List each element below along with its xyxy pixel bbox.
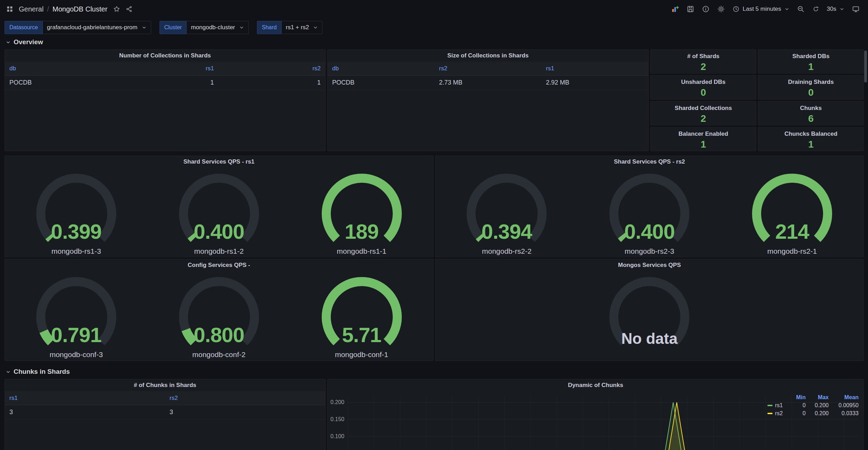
stat-title[interactable]: Sharded Collections bbox=[675, 105, 732, 112]
svg-text:0.150: 0.150 bbox=[330, 416, 344, 422]
stat-title[interactable]: Draining Shards bbox=[788, 79, 834, 86]
filter-value-dropdown[interactable]: mongodb-cluster bbox=[187, 21, 249, 34]
gauge-viz: 5.71 bbox=[310, 273, 414, 350]
table-cell: 3 bbox=[5, 409, 165, 416]
legend-min: 0 bbox=[789, 410, 806, 417]
gauge-mongodb-rs1-1: 189 mongodb-rs1-1 bbox=[310, 168, 414, 255]
add-panel-icon[interactable] bbox=[671, 5, 679, 13]
panel-title[interactable]: Mongos Services QPS bbox=[436, 259, 864, 271]
legend-row-rs1: rs1 0 0.200 0.00950 bbox=[767, 401, 859, 409]
stat-title[interactable]: Unsharded DBs bbox=[681, 79, 726, 86]
legend-col-max[interactable]: Max bbox=[806, 394, 829, 401]
table-cell: 1 bbox=[218, 79, 325, 86]
section-header-overview[interactable]: Overview bbox=[6, 37, 868, 47]
legend-col-mean[interactable]: Mean bbox=[829, 394, 859, 401]
table-row: 33 bbox=[5, 405, 325, 420]
gauge-mongodb-rs2-3: 0.400 mongodb-rs2-3 bbox=[597, 168, 702, 255]
refresh-button[interactable] bbox=[812, 6, 819, 13]
chevron-down-icon bbox=[142, 25, 147, 30]
panel-title[interactable]: Shard Services QPS - rs1 bbox=[5, 156, 433, 168]
filter-shard: Shard rs1 + rs2 bbox=[257, 21, 322, 34]
gauge-mongodb-rs2-1: 214 mongodb-rs2-1 bbox=[740, 168, 844, 255]
table-header-row: dbrs2rs1 bbox=[328, 62, 648, 76]
panel-title[interactable]: Shard Services QPS - rs2 bbox=[436, 156, 864, 168]
column-header-db[interactable]: db bbox=[328, 65, 435, 72]
insights-icon[interactable] bbox=[702, 5, 710, 13]
table-cell: 1 bbox=[112, 79, 219, 86]
zoom-out-icon[interactable] bbox=[797, 5, 805, 13]
svg-text:0.200: 0.200 bbox=[330, 399, 344, 405]
gauge-no-data: No data bbox=[597, 271, 702, 350]
cluster-stats-grid: # of Shards 2 Sharded DBs 1 Unsharded DB… bbox=[650, 49, 864, 151]
save-dashboard-icon[interactable] bbox=[687, 5, 694, 13]
column-header-rs2[interactable]: rs2 bbox=[218, 65, 325, 72]
breadcrumb-folder[interactable]: General bbox=[19, 5, 44, 13]
dashboard-settings-icon[interactable] bbox=[717, 5, 725, 13]
section-header-chunks[interactable]: Chunks in Shards bbox=[6, 366, 868, 377]
no-data-text: No data bbox=[597, 330, 702, 347]
svg-text:0.100: 0.100 bbox=[330, 433, 344, 439]
row-overview-tables: Number of Collections in Shards dbrs1rs2… bbox=[5, 49, 864, 151]
filter-value-dropdown[interactable]: grafanacloud-gabrielantunes-prom bbox=[43, 21, 151, 34]
star-icon[interactable] bbox=[113, 6, 120, 13]
gauge-mongodb-rs2-2: 0.394 mongodb-rs2-2 bbox=[454, 168, 559, 255]
gauge-label: mongodb-rs2-1 bbox=[767, 247, 817, 255]
scrollbar-thumb[interactable] bbox=[864, 50, 867, 82]
column-header-rs2[interactable]: rs2 bbox=[435, 65, 541, 72]
gauge-label: mongodb-rs1-3 bbox=[52, 247, 101, 255]
apps-menu-icon[interactable] bbox=[6, 6, 13, 13]
chevron-down-icon bbox=[784, 7, 789, 11]
gauge-mongodb-rs1-2: 0.400 mongodb-rs1-2 bbox=[167, 168, 271, 255]
grafana-dashboard: General / MongoDB Cluster bbox=[0, 0, 868, 450]
stat-value: 2 bbox=[701, 61, 706, 72]
share-icon[interactable] bbox=[126, 6, 133, 13]
time-range-picker[interactable]: Last 5 minutes bbox=[733, 6, 789, 13]
gauge-mongodb-conf-2: 0.800 mongodb-conf-2 bbox=[167, 271, 271, 359]
stat-value: 1 bbox=[701, 139, 706, 150]
gauge-mongodb-conf-1: 5.71 mongodb-conf-1 bbox=[310, 271, 414, 359]
panel-title[interactable]: Dynamic of Chunks bbox=[328, 379, 863, 391]
column-header-db[interactable]: db bbox=[5, 65, 112, 72]
table-header-row: dbrs1rs2 bbox=[5, 62, 325, 76]
stat-title[interactable]: Balancer Enabled bbox=[679, 131, 728, 137]
legend-series-rs2[interactable]: rs2 bbox=[767, 410, 789, 417]
panel-title[interactable]: # of Chunks in Shards bbox=[5, 379, 325, 391]
refresh-interval-dropdown[interactable]: 30s bbox=[827, 6, 844, 13]
chunks-count-table: rs1rs233 bbox=[5, 391, 325, 450]
panel-title[interactable]: Config Services QPS - bbox=[5, 259, 433, 271]
gauge-row: 0.791 mongodb-conf-3 0.800 mongodb-conf-… bbox=[5, 271, 433, 361]
panel-shard-qps-rs2: Shard Services QPS - rs2 0.394 mongodb-r… bbox=[435, 156, 864, 257]
panel-title[interactable]: Number of Collections in Shards bbox=[5, 50, 325, 62]
gauge-label: mongodb-conf-3 bbox=[49, 350, 103, 359]
stat-title[interactable]: Chunks bbox=[800, 105, 822, 112]
gauge-viz: 0.399 bbox=[24, 170, 128, 246]
cycle-view-icon[interactable] bbox=[852, 5, 860, 13]
filter-label: Shard bbox=[257, 21, 282, 34]
gauge-value: 0.394 bbox=[454, 221, 559, 242]
gauge-value: 0.399 bbox=[24, 221, 128, 242]
time-range-label: Last 5 minutes bbox=[743, 6, 781, 13]
stat-panel-chuncks-balanced: Chuncks Balanced 1 bbox=[758, 127, 864, 151]
stat-title[interactable]: # of Shards bbox=[687, 53, 720, 60]
chevron-down-icon bbox=[239, 25, 244, 30]
legend-col-min[interactable]: Min bbox=[789, 394, 806, 401]
gauge-viz: No data bbox=[597, 273, 702, 350]
gauge-viz: 0.791 bbox=[24, 273, 128, 350]
panel-dynamic-of-chunks: Dynamic of Chunks 0.2000.1500.100MinMaxM… bbox=[327, 379, 864, 450]
column-header-rs2[interactable]: rs2 bbox=[165, 395, 325, 402]
filter-label: Datasource bbox=[5, 21, 43, 34]
stat-title[interactable]: Sharded DBs bbox=[792, 53, 830, 60]
column-header-rs1[interactable]: rs1 bbox=[5, 395, 165, 402]
row-chunks: # of Chunks in Shards rs1rs233 Dynamic o… bbox=[5, 379, 864, 450]
stat-title[interactable]: Chuncks Balanced bbox=[784, 131, 837, 137]
table-row: POCDB2.73 MB2.92 MB bbox=[328, 76, 648, 90]
legend-max: 0.200 bbox=[806, 402, 829, 409]
section-title: Overview bbox=[14, 38, 43, 46]
table-cell: 3 bbox=[165, 409, 325, 416]
legend-series-rs1[interactable]: rs1 bbox=[767, 402, 789, 409]
column-header-rs1[interactable]: rs1 bbox=[541, 65, 648, 72]
column-header-rs1[interactable]: rs1 bbox=[112, 65, 219, 72]
stat-panel-sharded-dbs: Sharded DBs 1 bbox=[758, 49, 864, 73]
panel-title[interactable]: Size of Collections in Shards bbox=[328, 50, 648, 62]
filter-value-dropdown[interactable]: rs1 + rs2 bbox=[282, 21, 323, 34]
